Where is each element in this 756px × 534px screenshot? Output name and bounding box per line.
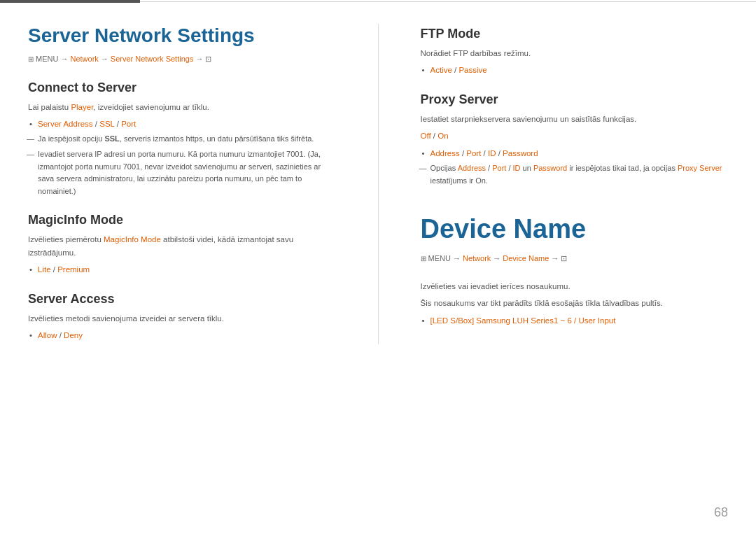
- sep1: /: [93, 120, 100, 128]
- dn-end-icon: ⊡: [561, 254, 567, 263]
- deny-link: Deny: [64, 331, 83, 339]
- device-name-title: Device Name: [421, 215, 729, 244]
- device-name-desc1: Izvēlieties vai ievadiet ierīces nosauku…: [421, 280, 729, 293]
- pd-port: Port: [492, 164, 506, 172]
- on-link: On: [438, 132, 448, 140]
- server-address-link: Server Address: [38, 120, 93, 128]
- menu-snetsettings-link: Server Network Settings: [111, 55, 194, 63]
- menu-arrow2: →: [195, 55, 203, 63]
- desc-post-player: , izveidojiet savienojumu ar tīklu.: [93, 103, 209, 111]
- page-container: Server Network Settings ⊞ MENU → Network…: [0, 0, 756, 534]
- left-menu-path: ⊞ MENU → Network → Server Network Settin…: [28, 55, 336, 64]
- ssl-bold: SSL: [104, 134, 119, 143]
- player-link: Player: [71, 103, 93, 111]
- active-link: Active: [430, 66, 452, 74]
- connect-to-server-section: Connect to Server Lai palaistu Player, i…: [28, 80, 336, 198]
- proxy-server-desc: Iestatiet starpniekservera savienojumu u…: [421, 113, 729, 125]
- ssl-note-pre: Ja iespējosit opciju: [38, 134, 104, 143]
- menu-path-text: MENU →: [36, 55, 68, 63]
- right-column: FTP Mode Norādiet FTP darbības režīmu. A…: [421, 24, 729, 344]
- pd-un: un: [521, 164, 533, 172]
- dn-menu-pre: MENU →: [428, 254, 461, 262]
- sep2: /: [115, 120, 122, 128]
- lite-link: Lite: [38, 265, 51, 274]
- pa-sep3: /: [496, 149, 503, 157]
- server-network-settings-title: Server Network Settings: [28, 24, 336, 48]
- server-access-title: Server Access: [28, 292, 336, 307]
- pd-sep2: /: [506, 164, 512, 172]
- mi-desc-pre: Izvēlieties piemērotu: [28, 235, 104, 244]
- device-name-menu-path: ⊞ MENU → Network → Device Name → ⊡: [421, 254, 729, 263]
- magicinfo-mode-title: MagicInfo Mode: [28, 213, 336, 227]
- divider-dark: [0, 0, 140, 3]
- page-number: 68: [714, 505, 728, 520]
- allow-deny-bullet: Allow / Deny: [38, 329, 336, 342]
- menu-network-link: Network: [70, 55, 98, 63]
- port-note-text: Ievadiet servera IP adresi un porta numu…: [38, 150, 321, 195]
- left-column: Server Network Settings ⊞ MENU → Network…: [28, 24, 336, 344]
- proxy-address-bullet: Address / Port / ID / Password: [430, 147, 729, 160]
- ssl-link: SSL: [99, 120, 114, 128]
- connect-to-server-title: Connect to Server: [28, 80, 336, 95]
- sa-sep: /: [57, 331, 64, 339]
- pd-address: Address: [458, 164, 486, 172]
- device-name-section: Device Name ⊞ MENU → Network → Device Na…: [421, 215, 729, 327]
- ftp-mode-title: FTP Mode: [421, 27, 729, 41]
- vertical-divider: [378, 24, 379, 344]
- allow-link: Allow: [38, 331, 57, 339]
- menu-icon: ⊞: [28, 55, 34, 63]
- server-access-desc: Izvēlieties metodi savienojuma izveidei …: [28, 312, 336, 325]
- content-area: Server Network Settings ⊞ MENU → Network…: [0, 3, 756, 372]
- magicinfo-mode-desc: Izvēlieties piemērotu MagicInfo Mode atb…: [28, 233, 336, 259]
- dn-network-link: Network: [463, 254, 491, 262]
- port-dash-note: Ievadiet servera IP adresi un porta numu…: [38, 148, 336, 197]
- port-link: Port: [121, 120, 136, 128]
- mi-sep: /: [51, 265, 58, 274]
- address-link: Address: [430, 149, 460, 157]
- lite-premium-bullet: Lite / Premium: [38, 263, 336, 276]
- passive-link: Passive: [458, 66, 486, 74]
- active-passive-bullet: Active / Passive: [430, 64, 729, 76]
- pd-password: Password: [533, 164, 567, 172]
- magicinfo-mode-section: MagicInfo Mode Izvēlieties piemērotu Mag…: [28, 213, 336, 276]
- proxy-sep: /: [431, 132, 438, 140]
- proxy-dash-note: Opcijas Address / Port / ID un Password …: [430, 162, 729, 187]
- proxy-server-section: Proxy Server Iestatiet starpniekservera …: [421, 92, 729, 187]
- pa-sep1: /: [460, 149, 467, 157]
- pa-sep2: /: [481, 149, 488, 157]
- password-link: Password: [503, 149, 538, 157]
- pd-post1: ir iespējotas tikai tad, ja opcijas: [567, 164, 678, 172]
- proxy-port-link: Port: [466, 149, 481, 157]
- dn-menu-icon: ⊞: [421, 255, 426, 262]
- menu-end-icon: ⊡: [205, 55, 211, 64]
- proxy-server-title: Proxy Server: [421, 92, 729, 107]
- premium-link: Premium: [57, 265, 90, 274]
- desc-pre-player: Lai palaistu: [28, 103, 71, 111]
- device-name-bullet: [LED S/Box] Samsung LUH Series1 ~ 6 / Us…: [430, 314, 729, 327]
- pd-post2: iestatījums ir On.: [430, 176, 489, 185]
- led-box-link: [LED S/Box] Samsung LUH Series1 ~ 6 / Us…: [430, 316, 616, 325]
- server-access-section: Server Access Izvēlieties metodi savieno…: [28, 292, 336, 342]
- ssl-note-post: , serveris izmantos https, un datu pārsū…: [120, 134, 314, 143]
- id-link: ID: [488, 149, 496, 157]
- pd-proxyserver: Proxy Server: [678, 164, 722, 172]
- proxy-off-on: Off / On: [421, 129, 729, 142]
- ftp-mode-section: FTP Mode Norādiet FTP darbības režīmu. A…: [421, 27, 729, 77]
- device-name-desc2: Šis nosaukums var tikt parādīts tīklā es…: [421, 297, 729, 309]
- divider-light: [140, 1, 756, 2]
- pd-pre: Opcijas: [430, 164, 458, 172]
- menu-arrow1: →: [101, 55, 108, 63]
- pd-id: ID: [513, 164, 521, 172]
- dn-arrow2: →: [551, 254, 559, 262]
- ftp-sep: /: [452, 66, 459, 74]
- ftp-mode-desc: Norādiet FTP darbības režīmu.: [421, 47, 729, 59]
- magicinfo-mode-link: MagicInfo Mode: [104, 235, 161, 244]
- server-address-bullet: Server Address / SSL / Port: [38, 118, 336, 130]
- dn-devicename-link: Device Name: [503, 254, 549, 262]
- connect-to-server-desc: Lai palaistu Player, izveidojiet savieno…: [28, 101, 336, 113]
- pd-sep1: /: [486, 164, 492, 172]
- off-link: Off: [421, 132, 431, 140]
- dn-arrow1: →: [493, 254, 500, 262]
- ssl-dash-note: Ja iespējosit opciju SSL, serveris izman…: [38, 133, 336, 146]
